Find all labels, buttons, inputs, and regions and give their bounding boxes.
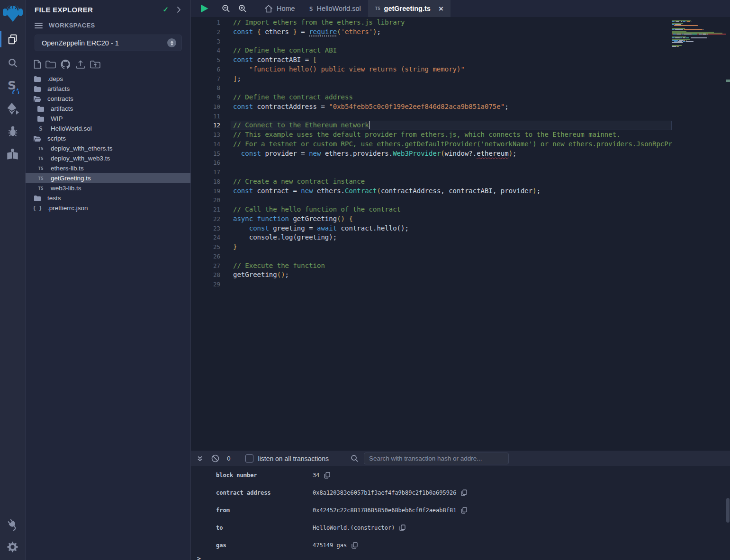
tab-getgreeting-ts[interactable]: TSgetGreeting.ts×: [368, 0, 451, 17]
tx-detail-label: contract address: [216, 489, 313, 496]
line-text: [220, 37, 233, 46]
debugger-icon[interactable]: [0, 122, 25, 141]
tree-item-artifacts[interactable]: artifacts: [26, 104, 190, 114]
tree-item-deploy-with-web3-ts[interactable]: TSdeploy_with_web3.ts: [26, 153, 190, 163]
line-text: // Execute the function: [220, 261, 325, 271]
code-line-18: 18// Create a new contract instance: [191, 177, 672, 187]
tree-item-label: artifacts: [51, 105, 73, 112]
terminal-scrollbar[interactable]: [726, 498, 730, 523]
folder-icon: [37, 106, 45, 112]
tree-item-deploy-with-ethers-ts[interactable]: TSdeploy_with_ethers.ts: [26, 143, 190, 153]
line-number: 2: [191, 27, 220, 37]
folder-open-icon: [34, 136, 41, 142]
line-number: 23: [191, 224, 220, 233]
tree-item-label: getGreeting.ts: [51, 175, 91, 182]
tree-item-label: artifacts: [47, 85, 70, 92]
copy-icon[interactable]: [461, 507, 467, 514]
line-number: 6: [191, 65, 220, 74]
hamburger-menu-icon[interactable]: [35, 23, 43, 28]
line-number: 29: [191, 280, 220, 289]
tab-helloworld-sol[interactable]: SHelloWorld.sol: [302, 0, 368, 17]
tree-item-artifacts[interactable]: artifacts: [26, 84, 190, 94]
terminal-search-input[interactable]: [364, 453, 509, 464]
check-icon[interactable]: ✓: [162, 5, 169, 14]
remix-logo-icon[interactable]: [0, 1, 25, 24]
workspace-arrows-icon[interactable]: [167, 38, 176, 47]
upload-folder-icon[interactable]: [90, 60, 100, 69]
line-text: [220, 83, 233, 93]
tab-home[interactable]: Home: [257, 0, 302, 17]
settings-icon[interactable]: [0, 537, 25, 556]
copy-icon[interactable]: [461, 489, 467, 496]
code-line-14: 14// For a testnet or custom RPC, use et…: [191, 140, 672, 149]
code-editor[interactable]: 1// Import ethers from the ethers.js lib…: [191, 17, 730, 451]
tree-item--prettierrc-json[interactable]: { }.prettierrc.json: [26, 203, 190, 213]
code-line-6: 6 "function hello() public view returns …: [191, 65, 672, 74]
line-text: // Connect to the Ethereum network: [220, 121, 370, 130]
code-line-12: 12// Connect to the Ethereum network: [191, 121, 672, 130]
clear-console-icon[interactable]: [211, 454, 219, 462]
tree-item-tests[interactable]: tests: [26, 193, 190, 203]
code-line-10: 10const contractAddress = "0xb54febb5c0c…: [191, 102, 672, 112]
zoom-in-icon[interactable]: [238, 4, 247, 13]
folder-icon: [37, 116, 45, 122]
ts-icon: TS: [37, 156, 45, 161]
file-explorer-icon[interactable]: [0, 30, 25, 49]
editor-tab-bar: HomeSHelloWorld.solTSgetGreeting.ts×: [191, 0, 730, 17]
line-number: 21: [191, 205, 220, 214]
tree-item-label: deploy_with_ethers.ts: [51, 145, 113, 152]
workspace-selector[interactable]: OpenZeppelin ERC20 - 1: [35, 35, 182, 51]
plugin-manager-icon[interactable]: [0, 515, 25, 533]
line-number: 17: [191, 168, 220, 177]
tree-item-label: contracts: [47, 95, 73, 102]
search-icon[interactable]: [0, 53, 25, 72]
code-line-11: 11: [191, 112, 672, 121]
tx-detail-label: to: [216, 524, 313, 531]
tree-item-helloworld-sol[interactable]: SHelloWorld.sol: [26, 124, 190, 133]
tree-item-scripts[interactable]: scripts: [26, 133, 190, 143]
tree-item-getgreeting-ts[interactable]: TSgetGreeting.ts: [26, 173, 190, 183]
code-line-13: 13// This example uses the default provi…: [191, 130, 672, 140]
upload-file-icon[interactable]: [75, 60, 86, 69]
learneth-icon[interactable]: [0, 144, 25, 163]
new-folder-icon[interactable]: [45, 60, 56, 69]
code-line-21: 21// Call the hello function of the cont…: [191, 205, 672, 214]
copy-icon[interactable]: [351, 542, 358, 549]
line-text: [220, 158, 233, 168]
tree-item-label: HelloWorld.sol: [51, 125, 92, 132]
collapse-terminal-icon[interactable]: [197, 455, 203, 462]
folder-open-icon: [34, 96, 41, 102]
tree-item--deps[interactable]: .deps: [26, 74, 190, 84]
tab-label: Home: [277, 5, 295, 12]
tree-item-contracts[interactable]: contracts: [26, 94, 190, 104]
copy-icon[interactable]: [399, 524, 406, 531]
minimap[interactable]: [672, 20, 726, 48]
tx-detail-label: block number: [216, 472, 313, 479]
close-tab-icon[interactable]: ×: [439, 5, 443, 13]
tx-detail-row: gas475149 gas: [191, 536, 730, 554]
github-clone-icon[interactable]: [60, 59, 71, 70]
line-text: // This example uses the default provide…: [220, 130, 621, 140]
new-file-icon[interactable]: [34, 60, 41, 69]
tx-detail-label: from: [216, 507, 313, 514]
copy-icon[interactable]: [324, 472, 330, 479]
zoom-out-icon[interactable]: [222, 4, 230, 13]
tree-item-web3-lib-ts[interactable]: TSweb3-lib.ts: [26, 183, 190, 193]
line-text: async function getGreeting() {: [220, 214, 353, 224]
code-line-15: 15 const provider = new ethers.providers…: [191, 149, 672, 159]
workspaces-row: WORKSPACES: [35, 22, 190, 29]
solidity-compiler-icon[interactable]: S: [0, 76, 25, 95]
run-script-button[interactable]: [200, 4, 209, 13]
ts-icon: TS: [37, 176, 45, 181]
deploy-run-icon[interactable]: [0, 99, 25, 118]
tree-item-wip[interactable]: WIP: [26, 114, 190, 124]
code-line-2: 2const { ethers } = require('ethers');: [191, 27, 672, 37]
tree-item-ethers-lib-ts[interactable]: TSethers-lib.ts: [26, 163, 190, 173]
code-line-1: 1// Import ethers from the ethers.js lib…: [191, 18, 672, 27]
tree-item-label: deploy_with_web3.ts: [51, 155, 110, 162]
tree-item-label: .prettierrc.json: [47, 204, 88, 212]
listen-transactions-checkbox[interactable]: [245, 454, 253, 462]
chevron-right-icon[interactable]: [177, 6, 181, 13]
terminal-prompt[interactable]: >: [191, 555, 730, 560]
code-line-17: 17: [191, 168, 672, 177]
